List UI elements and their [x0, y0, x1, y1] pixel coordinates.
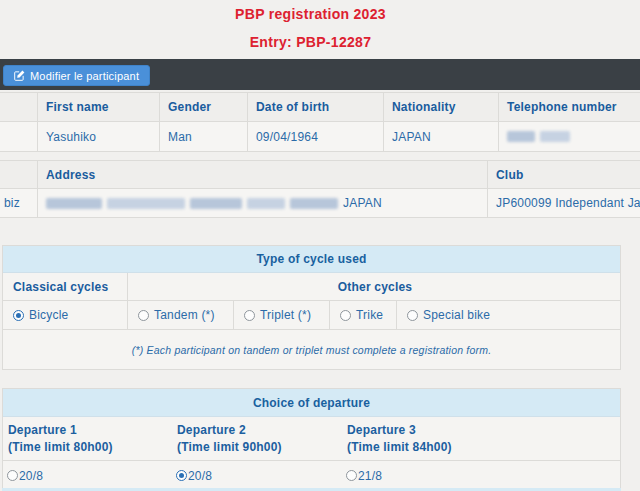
departure-1-date: 20/8 [19, 469, 43, 483]
cell-gender: Man [159, 122, 247, 151]
header-email-cut [0, 161, 37, 188]
radio-trike[interactable] [340, 310, 351, 321]
departure-1-option[interactable]: 20/8 [3, 461, 172, 490]
cell-email-fragment: biz [0, 189, 37, 217]
address-table: Address Club biz JAPAN JP600099 Independ… [0, 160, 640, 218]
radio-special-bike[interactable] [407, 310, 418, 321]
header-club: Club [487, 161, 640, 188]
radio-tandem[interactable] [138, 310, 149, 321]
departure-header-row: Departure 1 (Time limit 80h00) Departure… [3, 417, 620, 461]
redacted-address-block [247, 198, 285, 209]
header-address: Address [37, 161, 487, 188]
cell-first-name: Yasuhiko [37, 122, 159, 151]
address-country: JAPAN [343, 196, 382, 210]
page-title: PBP registration 2023 [0, 6, 621, 22]
cycle-option-bicycle[interactable]: Bicycle [3, 301, 127, 329]
cycle-option-label: Trike [356, 308, 383, 322]
cell-nationality: JAPAN [383, 122, 498, 151]
departure-options-row: 20/8 20/8 21/8 [3, 461, 620, 490]
redacted-telephone-block [540, 131, 570, 142]
redacted-address-block [46, 198, 102, 209]
header-nationality: Nationality [383, 93, 498, 121]
entry-number: Entry: PBP-12287 [0, 34, 621, 50]
cycle-option-trike[interactable]: Trike [329, 301, 396, 329]
departure-1-time-limit: (Time limit 80h00) [8, 439, 113, 456]
cycle-note: (*) Each participant on tandem or triple… [3, 330, 620, 369]
radio-bicycle[interactable] [13, 310, 24, 321]
cell-date-of-birth: 09/04/1964 [247, 122, 383, 151]
cell-address: JAPAN [37, 189, 487, 217]
toolbar: Modifier le participant [0, 59, 640, 90]
modify-participant-label: Modifier le participant [30, 70, 139, 82]
header-cut-column [0, 93, 37, 121]
cycle-option-label: Tandem (*) [154, 308, 215, 322]
header-telephone: Telephone number [498, 93, 640, 121]
address-table-row: biz JAPAN JP600099 Independant Japan [0, 189, 640, 218]
departure-section: Choice of departure Departure 1 (Time li… [2, 388, 621, 491]
group-classical-cycles: Classical cycles [3, 273, 127, 300]
modify-participant-button[interactable]: Modifier le participant [3, 65, 150, 86]
redacted-telephone-block [507, 131, 535, 142]
cell-club: JP600099 Independant Japan [487, 189, 640, 217]
departure-3-name: Departure 3 [347, 422, 416, 439]
departure-2-option[interactable]: 20/8 [172, 461, 342, 490]
cycle-option-label: Bicycle [29, 308, 68, 322]
departure-2-header: Departure 2 (Time limit 90h00) [172, 417, 342, 460]
redacted-address-block [190, 198, 242, 209]
group-other-cycles: Other cycles [127, 273, 622, 300]
redacted-address-block [290, 198, 338, 209]
cell-telephone-redacted [498, 122, 640, 151]
header-date-of-birth: Date of birth [247, 93, 383, 121]
participant-table-header-row: First name Gender Date of birth National… [0, 93, 640, 122]
departure-3-header: Departure 3 (Time limit 84h00) [342, 417, 622, 460]
participant-table-row: Yasuhiko Man 09/04/1964 JAPAN [0, 122, 640, 152]
departure-2-time-limit: (Time limit 90h00) [177, 439, 282, 456]
cycle-option-label: Triplet (*) [260, 308, 311, 322]
cycle-group-header-row: Classical cycles Other cycles [3, 273, 620, 301]
cycle-section: Type of cycle used Classical cycles Othe… [2, 245, 621, 370]
participant-table: First name Gender Date of birth National… [0, 92, 640, 152]
cycle-options-row: Bicycle Tandem (*) Triplet (*) Trike Spe… [3, 301, 620, 330]
departure-1-name: Departure 1 [8, 422, 77, 439]
departure-section-title: Choice of departure [3, 389, 620, 417]
header-gender: Gender [159, 93, 247, 121]
radio-triplet[interactable] [244, 310, 255, 321]
cycle-section-title: Type of cycle used [3, 246, 620, 273]
departure-2-date: 20/8 [188, 469, 212, 483]
radio-departure-1[interactable] [7, 470, 18, 481]
departure-3-option[interactable]: 21/8 [342, 461, 622, 490]
departure-1-header: Departure 1 (Time limit 80h00) [3, 417, 172, 460]
header-first-name: First name [37, 93, 159, 121]
radio-departure-3[interactable] [346, 470, 357, 481]
cell-cut-column [0, 122, 37, 151]
cycle-option-tandem[interactable]: Tandem (*) [127, 301, 233, 329]
departure-2-name: Departure 2 [177, 422, 246, 439]
cycle-option-label: Special bike [423, 308, 490, 322]
radio-departure-2[interactable] [176, 470, 187, 481]
redacted-address-block [107, 198, 185, 209]
departure-3-date: 21/8 [358, 469, 382, 483]
address-table-header-row: Address Club [0, 161, 640, 189]
edit-pencil-icon [14, 70, 25, 81]
cycle-option-special-bike[interactable]: Special bike [396, 301, 622, 329]
departure-3-time-limit: (Time limit 84h00) [347, 439, 452, 456]
cycle-option-triplet[interactable]: Triplet (*) [233, 301, 329, 329]
